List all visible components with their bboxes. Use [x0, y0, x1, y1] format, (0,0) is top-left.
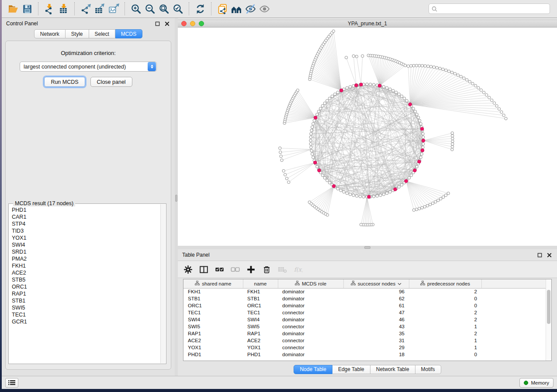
cell-predecessor-nodes[interactable]: 0	[409, 302, 481, 309]
column-header-name[interactable]: name	[243, 279, 278, 288]
network-window-titlebar[interactable]: YPA_prune.txt_1	[178, 20, 557, 28]
table-row[interactable]: SWI4SWI4dominator462	[183, 316, 546, 323]
cell-shared-name[interactable]: ACE2	[183, 337, 243, 344]
mcds-node-item[interactable]: STB5	[12, 276, 160, 283]
table-scrollbar[interactable]	[546, 279, 551, 361]
import-network-button[interactable]	[42, 2, 56, 16]
mcds-node-item[interactable]: GCR1	[12, 318, 160, 325]
tab-motifs[interactable]: Motifs	[415, 365, 441, 374]
column-header-mcds-role[interactable]: MCDS role	[278, 279, 343, 288]
cell-mcds-role[interactable]: connector	[278, 344, 343, 351]
close-panel-button[interactable]: Close panel	[90, 77, 132, 87]
cell-name[interactable]: FKH1	[243, 288, 278, 295]
cell-successor-nodes[interactable]: 29	[343, 344, 409, 351]
cell-mcds-role[interactable]: dominator	[278, 351, 343, 358]
table-scrollbar-thumb[interactable]	[547, 290, 550, 324]
cell-predecessor-nodes[interactable]: 2	[409, 330, 481, 337]
cell-name[interactable]: TEC1	[243, 309, 278, 316]
export-image-button[interactable]	[107, 2, 121, 16]
table-row[interactable]: ORC1ORC1dominator610	[183, 302, 546, 309]
table-row[interactable]: ACE2ACE2connector311	[183, 337, 546, 344]
select-all-rows-button[interactable]	[214, 264, 225, 275]
tab-style[interactable]: Style	[66, 29, 89, 38]
search-input[interactable]	[437, 6, 547, 12]
export-network-button[interactable]	[79, 2, 93, 16]
cell-name[interactable]: ACE2	[243, 337, 278, 344]
zoom-fit-button[interactable]	[157, 2, 171, 16]
mcds-node-item[interactable]: CAR1	[12, 213, 160, 220]
table-row[interactable]: FKH1FKH1dominator962	[183, 288, 546, 295]
open-file-button[interactable]	[6, 2, 20, 16]
float-panel-icon[interactable]	[154, 20, 161, 27]
show-columns-button[interactable]	[198, 264, 209, 275]
cell-shared-name[interactable]: SWI4	[183, 316, 243, 323]
cell-name[interactable]: SWI4	[243, 316, 278, 323]
save-session-button[interactable]	[20, 2, 34, 16]
cell-mcds-role[interactable]: connector	[278, 323, 343, 330]
horizontal-splitter[interactable]	[178, 246, 557, 249]
table-row[interactable]: STB1STB1dominator620	[183, 295, 546, 302]
mcds-node-item[interactable]: PMA2	[12, 255, 160, 262]
cell-shared-name[interactable]: SWI5	[183, 323, 243, 330]
mcds-list-scrollbar[interactable]	[160, 204, 166, 363]
mcds-node-item[interactable]: YOX1	[12, 234, 160, 241]
float-table-panel-icon[interactable]	[536, 251, 543, 258]
cell-successor-nodes[interactable]: 43	[343, 323, 409, 330]
table-row[interactable]: PHD1PHD1dominator180	[183, 351, 546, 358]
cell-mcds-role[interactable]: connector	[278, 309, 343, 316]
cell-predecessor-nodes[interactable]: 0	[409, 295, 481, 302]
network-canvas[interactable]: .edge{stroke:#b3b3b3;stroke-width:0.7;op…	[178, 28, 557, 246]
criterion-dropdown[interactable]: largest connected component (undirected)	[20, 62, 157, 72]
table-row[interactable]: RAP1RAP1dominator352	[183, 330, 546, 337]
cell-successor-nodes[interactable]: 96	[343, 288, 409, 295]
cell-mcds-role[interactable]: dominator	[278, 302, 343, 309]
cell-successor-nodes[interactable]: 47	[343, 309, 409, 316]
mcds-node-item[interactable]: STB1	[12, 297, 160, 304]
cell-name[interactable]: PHD1	[243, 351, 278, 358]
mcds-node-item[interactable]: ACE2	[12, 269, 160, 276]
cell-shared-name[interactable]: YOX1	[183, 344, 243, 351]
tab-network-table[interactable]: Network Table	[370, 365, 415, 374]
tab-network[interactable]: Network	[34, 29, 66, 38]
cell-predecessor-nodes[interactable]: 2	[409, 309, 481, 316]
delete-columns-button[interactable]	[261, 264, 272, 275]
zoom-selected-button[interactable]	[171, 2, 185, 16]
zoom-out-button[interactable]	[143, 2, 157, 16]
cell-name[interactable]: SWI5	[243, 323, 278, 330]
hide-selected-button[interactable]	[243, 2, 257, 16]
cell-mcds-role[interactable]: dominator	[278, 316, 343, 323]
cell-predecessor-nodes[interactable]: 2	[409, 316, 481, 323]
mcds-node-item[interactable]: TID3	[12, 227, 160, 234]
cell-name[interactable]: STB1	[243, 295, 278, 302]
mcds-node-item[interactable]: RAP1	[12, 290, 160, 297]
mcds-node-item[interactable]: PHD1	[12, 206, 160, 213]
mcds-node-item[interactable]: SWI5	[12, 304, 160, 311]
run-mcds-button[interactable]: Run MCDS	[44, 77, 85, 87]
mcds-result-list[interactable]: PHD1CAR1STP4TID3YOX1SWI4SRD1PMA2FKH1ACE2…	[9, 204, 160, 363]
column-header-predecessor-nodes[interactable]: predecessor nodes	[409, 279, 481, 288]
cell-predecessor-nodes[interactable]: 2	[409, 288, 481, 295]
mcds-node-item[interactable]: STP4	[12, 220, 160, 227]
cell-successor-nodes[interactable]: 61	[343, 302, 409, 309]
cell-predecessor-nodes[interactable]: 1	[409, 337, 481, 344]
cell-mcds-role[interactable]: dominator	[278, 288, 343, 295]
new-network-from-selection-button[interactable]	[215, 2, 229, 16]
create-column-button[interactable]	[245, 264, 256, 275]
cell-shared-name[interactable]: TEC1	[183, 309, 243, 316]
zoom-in-button[interactable]	[129, 2, 143, 16]
vertical-splitter[interactable]	[175, 18, 178, 376]
mcds-node-item[interactable]: SRD1	[12, 248, 160, 255]
cell-successor-nodes[interactable]: 46	[343, 316, 409, 323]
cell-name[interactable]: YOX1	[243, 344, 278, 351]
cell-name[interactable]: RAP1	[243, 330, 278, 337]
table-mode-button[interactable]	[182, 264, 194, 275]
cell-shared-name[interactable]: ORC1	[183, 302, 243, 309]
cell-shared-name[interactable]: PHD1	[183, 351, 243, 358]
cell-mcds-role[interactable]: connector	[278, 337, 343, 344]
cell-shared-name[interactable]: STB1	[183, 295, 243, 302]
column-header-successor-nodes[interactable]: successor nodes	[343, 279, 409, 288]
cell-successor-nodes[interactable]: 31	[343, 337, 409, 344]
mcds-node-item[interactable]: FKH1	[12, 262, 160, 269]
memory-button[interactable]: Memory	[519, 378, 554, 388]
cell-mcds-role[interactable]: dominator	[278, 295, 343, 302]
